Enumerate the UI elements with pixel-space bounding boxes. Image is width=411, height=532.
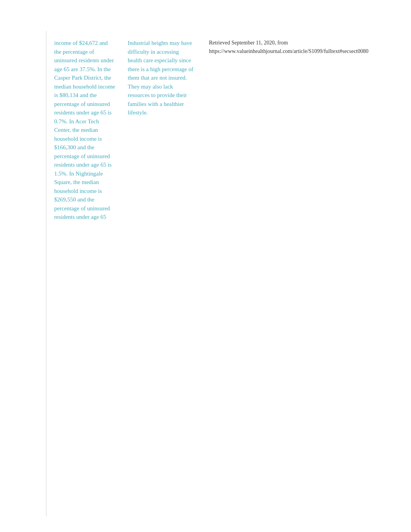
column-left-text: income of $24,672 and the percentage of … [54, 39, 116, 222]
content-area: income of $24,672 and the percentage of … [46, 31, 411, 517]
column-right: Industrial heights may have difficulty i… [124, 39, 201, 509]
left-margin [0, 31, 46, 517]
reference-text: Retrieved September 11, 2020, from https… [209, 39, 403, 55]
page-container: income of $24,672 and the percentage of … [0, 0, 411, 532]
column-left: income of $24,672 and the percentage of … [46, 39, 124, 509]
column-reference: Retrieved September 11, 2020, from https… [201, 39, 411, 509]
column-right-text: Industrial heights may have difficulty i… [128, 39, 194, 117]
